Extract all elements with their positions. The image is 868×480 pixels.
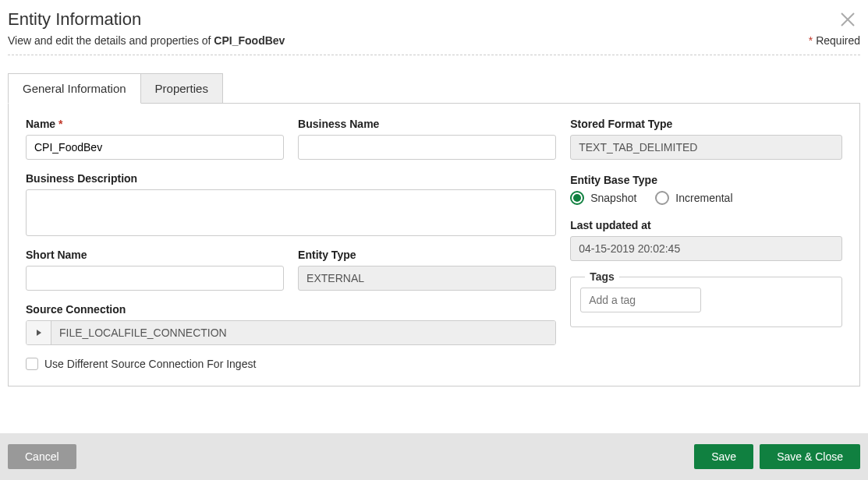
tags-fieldset: Tags xyxy=(570,270,842,327)
radio-icon xyxy=(655,191,669,205)
tag-input[interactable] xyxy=(580,288,701,312)
tabs: General Information Properties xyxy=(8,72,860,103)
source-conn-field: FILE_LOCALFILE_CONNECTION xyxy=(26,320,556,345)
close-icon[interactable] xyxy=(840,9,860,31)
diff-source-checkbox[interactable] xyxy=(26,358,38,370)
base-type-label: Entity Base Type xyxy=(570,174,657,186)
base-type-radios: Snapshot Incremental xyxy=(570,191,842,205)
subtitle-row: View and edit the details and properties… xyxy=(8,34,860,55)
entity-info-dialog: Entity Information View and edit the det… xyxy=(0,0,868,386)
dialog-title: Entity Information xyxy=(8,9,141,30)
radio-incremental[interactable]: Incremental xyxy=(655,191,732,205)
dialog-footer: Cancel Save Save & Close xyxy=(0,433,868,480)
save-close-button[interactable]: Save & Close xyxy=(760,444,860,469)
diff-source-label: Use Different Source Connection For Inge… xyxy=(44,358,256,370)
required-note: * Required xyxy=(809,34,860,47)
tags-legend: Tags xyxy=(585,270,619,283)
business-name-label: Business Name xyxy=(298,118,556,130)
last-updated-value: 04-15-2019 20:02:45 xyxy=(570,236,842,261)
business-name-input[interactable] xyxy=(298,135,556,160)
tab-general-information[interactable]: General Information xyxy=(8,73,141,104)
dialog-header: Entity Information xyxy=(8,9,860,34)
save-button[interactable]: Save xyxy=(694,444,753,469)
general-info-panel: Name * Business Name Business Descriptio… xyxy=(8,103,860,386)
business-desc-label: Business Description xyxy=(26,172,556,185)
name-input[interactable] xyxy=(26,135,284,160)
last-updated-label: Last updated at xyxy=(570,219,842,231)
entity-type-value: EXTERNAL xyxy=(298,266,556,291)
source-conn-label: Source Connection xyxy=(26,303,556,316)
triangle-right-icon xyxy=(37,330,41,336)
cancel-button[interactable]: Cancel xyxy=(8,444,76,469)
entity-type-label: Entity Type xyxy=(298,249,556,261)
tab-properties[interactable]: Properties xyxy=(141,73,223,104)
diff-source-row: Use Different Source Connection For Inge… xyxy=(26,358,556,370)
radio-snapshot[interactable]: Snapshot xyxy=(570,191,636,205)
name-label: Name * xyxy=(26,118,284,130)
business-desc-input[interactable] xyxy=(26,189,556,236)
source-conn-value: FILE_LOCALFILE_CONNECTION xyxy=(51,321,555,344)
stored-format-value: TEXT_TAB_DELIMITED xyxy=(570,135,842,160)
source-conn-expand-button[interactable] xyxy=(27,321,51,344)
radio-icon xyxy=(570,191,584,205)
short-name-label: Short Name xyxy=(26,249,284,261)
short-name-input[interactable] xyxy=(26,266,284,291)
dialog-subtitle: View and edit the details and properties… xyxy=(8,34,285,47)
stored-format-label: Stored Format Type xyxy=(570,118,842,130)
